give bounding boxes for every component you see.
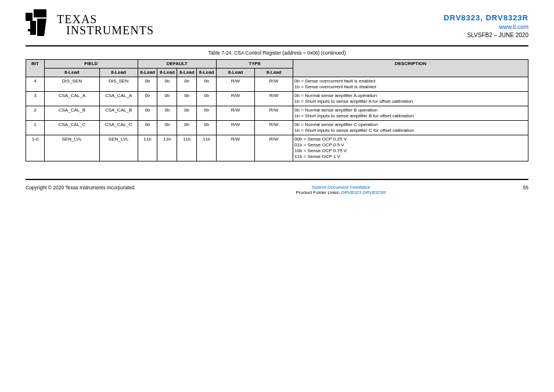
- table-cell: 0b: [177, 77, 197, 92]
- brand-text: TEXAS INSTRUMENTS: [57, 14, 154, 36]
- table-cell: 1: [26, 121, 45, 135]
- svg-marker-4: [41, 19, 46, 36]
- svg-rect-1: [34, 9, 46, 17]
- table-cell: 11b: [197, 135, 217, 161]
- table-cell: R/W: [217, 92, 255, 106]
- th-bit: BIT: [26, 60, 45, 77]
- table-cell: 0b: [177, 106, 197, 121]
- table-cell: 11b: [177, 135, 197, 161]
- table-row: 3CSA_CAL_ACSA_CAL_A0b0b0b0bR/WR/W0b = No…: [26, 92, 528, 106]
- product-folder-link[interactable]: DRV8323 DRV8323R: [341, 190, 386, 195]
- table-cell: 2: [26, 106, 45, 121]
- table-cell: 0b: [157, 106, 177, 121]
- table-cell: R/W: [217, 77, 255, 92]
- footer-center: Submit Document Feedback Product Folder …: [177, 185, 505, 195]
- table-cell: CSA_CAL_C: [99, 121, 138, 135]
- register-table: BIT FIELD DEFAULT TYPE DESCRIPTION 8-Lea…: [26, 59, 528, 161]
- footer-left: Copyright © 2020 Texas Instruments Incor…: [26, 185, 177, 195]
- brand-logo-block: TEXAS INSTRUMENTS: [26, 9, 154, 41]
- page-header: TEXAS INSTRUMENTS DRV8323, DRV8323R www.…: [26, 9, 528, 41]
- page-number: 55: [505, 185, 528, 195]
- table-cell-desc: 0b = Normal sense amplifier A operation1…: [293, 92, 528, 106]
- table-row: 2CSA_CAL_BCSA_CAL_B0b0b0b0bR/WR/W0b = No…: [26, 106, 528, 121]
- site-link[interactable]: www.ti.com: [499, 24, 528, 30]
- table-cell: R/W: [255, 92, 293, 106]
- svg-rect-5: [37, 30, 39, 35]
- table-cell: CSA_CAL_A: [99, 92, 138, 106]
- th-sub-0: 8-Lead: [45, 69, 100, 77]
- table-cell: SEN_LVL: [99, 135, 138, 161]
- register-table-wrap: BIT FIELD DEFAULT TYPE DESCRIPTION 8-Lea…: [26, 59, 528, 161]
- table-cell: DIS_SEN: [99, 77, 138, 92]
- ti-logo-icon: [26, 9, 52, 41]
- table-cell: 0b: [157, 121, 177, 135]
- part-link[interactable]: DRV8323, DRV8323R: [444, 13, 528, 22]
- th-sub-1: 8-Lead: [99, 69, 138, 77]
- table-cell: 0b: [138, 121, 157, 135]
- table-cell: 0b: [138, 106, 157, 121]
- th-default: DEFAULT: [138, 60, 217, 69]
- table-row: 1-0SEN_LVLSEN_LVL11b11b11b11bR/WR/W00b =…: [26, 135, 528, 161]
- th-sub-7: 8-Lead: [255, 69, 293, 77]
- table-cell-desc: 0b = Sense overcurrent fault is enabled1…: [293, 77, 528, 92]
- table-cell: R/W: [217, 135, 255, 161]
- table-cell-desc: 0b = Normal sense amplifier B operation1…: [293, 106, 528, 121]
- table-cell: 11b: [138, 135, 157, 161]
- copyright-text: Copyright © 2020 Texas Instruments Incor…: [26, 185, 135, 190]
- table-cell-desc: 0b = Normal sense amplifier C operation1…: [293, 121, 528, 135]
- table-header-row: BIT FIELD DEFAULT TYPE DESCRIPTION: [26, 60, 528, 69]
- table-cell-desc: 00b = Sense OCP 0.25 V01b = Sense OCP 0.…: [293, 135, 528, 161]
- header-rule: [26, 45, 528, 46]
- table-cell: 1-0: [26, 135, 45, 161]
- footer-rule: [26, 179, 528, 180]
- table-body: 4DIS_SENDIS_SEN0b0b0b0bR/WR/W0b = Sense …: [26, 77, 528, 161]
- th-sub-4: 8-Lead: [177, 69, 197, 77]
- table-row: 1CSA_CAL_CCSA_CAL_C0b0b0b0bR/WR/W0b = No…: [26, 121, 528, 135]
- table-cell: CSA_CAL_A: [45, 92, 100, 106]
- th-desc: DESCRIPTION: [293, 60, 528, 77]
- page-footer: Copyright © 2020 Texas Instruments Incor…: [26, 185, 528, 195]
- table-cell: R/W: [255, 106, 293, 121]
- table-cell: CSA_CAL_B: [99, 106, 138, 121]
- table-row: 4DIS_SENDIS_SEN0b0b0b0bR/WR/W0b = Sense …: [26, 77, 528, 92]
- svg-rect-6: [28, 29, 31, 31]
- part-number: DRV8323, DRV8323R: [444, 13, 528, 23]
- doc-id: SLVSFB2 – JUNE 2020: [444, 31, 528, 39]
- table-caption: Table 7-24. CSA Control Register (addres…: [26, 50, 528, 56]
- brand-line2: INSTRUMENTS: [57, 25, 154, 36]
- table-cell: SEN_LVL: [45, 135, 100, 161]
- table-cell: CSA_CAL_C: [45, 121, 100, 135]
- th-type: TYPE: [217, 60, 293, 69]
- feedback-link[interactable]: Submit Document Feedback: [312, 185, 370, 190]
- th-sub-5: 8-Lead: [197, 69, 217, 77]
- th-sub-6: 8-Lead: [217, 69, 255, 77]
- table-cell: R/W: [255, 121, 293, 135]
- svg-rect-0: [26, 13, 33, 21]
- product-folder-label: Product Folder Links:: [296, 190, 340, 195]
- table-cell: R/W: [255, 77, 293, 92]
- table-cell: 0b: [197, 121, 217, 135]
- table-cell: 0b: [177, 92, 197, 106]
- table-cell: 0b: [157, 92, 177, 106]
- th-field: FIELD: [45, 60, 138, 69]
- table-cell: R/W: [217, 121, 255, 135]
- th-sub-2: 8-Lead: [138, 69, 157, 77]
- table-cell: 0b: [157, 77, 177, 92]
- table-cell: DIS_SEN: [45, 77, 100, 92]
- th-sub-3: 8-Lead: [157, 69, 177, 77]
- table-cell: 3: [26, 92, 45, 106]
- table-cell: 11b: [157, 135, 177, 161]
- table-cell: 4: [26, 77, 45, 92]
- table-cell: 0b: [177, 121, 197, 135]
- table-cell: 0b: [197, 77, 217, 92]
- svg-rect-2: [30, 21, 36, 35]
- header-right: DRV8323, DRV8323R www.ti.com SLVSFB2 – J…: [444, 9, 528, 39]
- table-cell: R/W: [255, 135, 293, 161]
- table-cell: 0b: [138, 92, 157, 106]
- table-cell: 0b: [197, 92, 217, 106]
- page-root: TEXAS INSTRUMENTS DRV8323, DRV8323R www.…: [0, 0, 554, 207]
- table-cell: 0b: [138, 77, 157, 92]
- table-cell: 0b: [197, 106, 217, 121]
- table-cell: R/W: [217, 106, 255, 121]
- table-cell: CSA_CAL_B: [45, 106, 100, 121]
